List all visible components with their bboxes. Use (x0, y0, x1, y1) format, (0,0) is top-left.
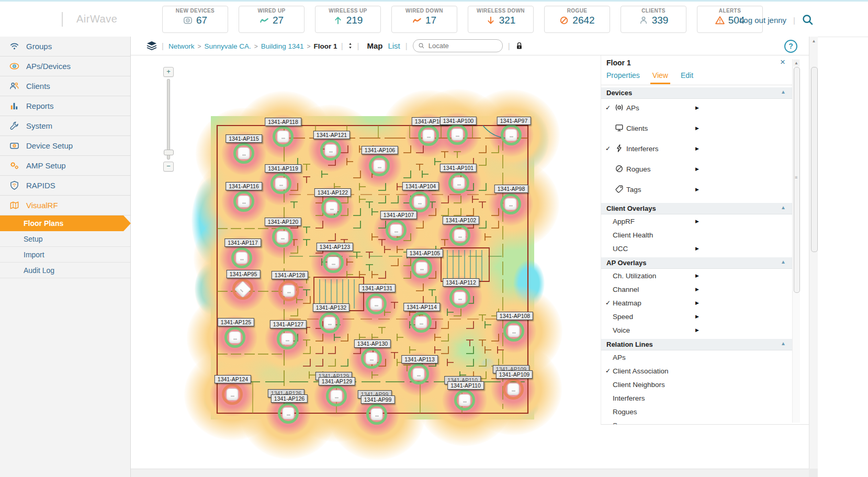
expand-arrow-icon[interactable]: ▶ (695, 146, 699, 151)
panel-row-channel[interactable]: Channel▶ (601, 282, 792, 296)
ap-label-1341-ap119[interactable]: 1341-AP119 (265, 164, 301, 173)
ap-label-1341-ap107[interactable]: 1341-AP107 (380, 211, 417, 219)
ap-marker-1341-ap125[interactable] (224, 327, 245, 348)
panel-row-voice[interactable]: Voice▶ (601, 323, 792, 337)
stat-box-wired-down[interactable]: WIRED DOWN17 (391, 6, 457, 33)
expand-arrow-icon[interactable]: ▶ (695, 273, 699, 278)
ap-label-1341-ap115[interactable]: 1341-AP115 (226, 134, 262, 143)
section-header-relation-lines[interactable]: Relation Lines▲ (601, 339, 792, 350)
ap-marker-1341-ap101[interactable] (448, 173, 469, 194)
ap-marker-1341-ap119[interactable] (270, 173, 291, 194)
sidebar-item-rapids[interactable]: RAPIDS (0, 176, 130, 196)
sidebar-item-aps-devices[interactable]: APs/Devices (0, 56, 130, 76)
ap-label-1341-ap126[interactable]: 1341-AP126 (271, 394, 308, 403)
ap-marker-1341-ap104[interactable] (409, 191, 430, 212)
sidebar-subitem-audit-log[interactable]: Audit Log (0, 263, 130, 278)
ap-marker-1341-ap124[interactable] (222, 384, 243, 405)
tab-view[interactable]: View (652, 71, 668, 84)
stat-box-new-devices[interactable]: NEW DEVICES67 (162, 6, 228, 33)
scroll-thumb[interactable] (811, 67, 818, 252)
ap-label-1341-ap108[interactable]: 1341-AP108 (497, 312, 533, 320)
ap-marker-1341-ap117[interactable] (231, 247, 252, 268)
scroll-up-icon[interactable]: ▲ (810, 38, 817, 45)
sidebar-subitem-import[interactable]: Import (0, 247, 130, 263)
panel-scroll-up-icon[interactable]: ▲ (793, 60, 799, 66)
panel-row-heatmap[interactable]: ✓Heatmap▶ (601, 296, 792, 310)
ap-label-1341-ap104[interactable]: 1341-AP104 (402, 182, 439, 190)
breadcrumb-sunnyvale-ca-[interactable]: Sunnyvale CA. (204, 42, 251, 50)
ap-label-1341-ap99[interactable]: 1341-AP99 (361, 395, 395, 404)
sidebar-item-visualrf[interactable]: VisualRF (0, 196, 130, 215)
ap-marker-1341-ap131[interactable] (366, 293, 387, 314)
expand-arrow-icon[interactable]: ▶ (695, 300, 699, 305)
section-header-devices[interactable]: Devices▲ (601, 87, 792, 99)
panel-row-interferers[interactable]: ✓Interferers▶ (601, 140, 792, 160)
stat-box-wireless-up[interactable]: WIRELESS UP219 (315, 6, 381, 33)
zoom-slider-track[interactable] (167, 79, 170, 160)
sidebar-subitem-setup[interactable]: Setup (0, 231, 130, 247)
help-icon[interactable]: ? (784, 40, 797, 53)
panel-row-client-neighbors[interactable]: Client Neighbors (601, 378, 792, 391)
panel-row-ucc[interactable]: UCC▶ (601, 242, 792, 255)
stat-box-rogue[interactable]: ROGUE2642 (544, 6, 610, 33)
collapse-chevron-icon[interactable]: ▲ (781, 340, 786, 346)
ap-label-1341-ap121[interactable]: 1341-AP121 (313, 131, 350, 139)
panel-row-aps[interactable]: APs (601, 350, 792, 364)
floorplan-map[interactable]: 1341-AP1181341-AP1031341-AP1001341-AP971… (211, 116, 534, 419)
lock-icon[interactable] (515, 41, 524, 50)
sidebar-item-device-setup[interactable]: Device Setup (0, 136, 130, 156)
ap-label-1341-ap125[interactable]: 1341-AP125 (218, 318, 254, 326)
sidebar-item-clients[interactable]: Clients (0, 76, 130, 96)
collapse-chevron-icon[interactable]: ▲ (781, 89, 786, 95)
ap-label-1341-ap132[interactable]: 1341-AP132 (313, 303, 350, 312)
map-view-toggle[interactable]: Map (367, 41, 382, 50)
ap-label-1341-ap117[interactable]: 1341-AP117 (224, 238, 261, 247)
ap-marker-1341-ap109[interactable] (503, 379, 524, 400)
page-horizontal-scrollbar[interactable] (131, 469, 809, 477)
close-icon[interactable]: × (780, 57, 785, 67)
ap-marker-1341-ap128[interactable] (278, 280, 299, 301)
sidebar-item-groups[interactable]: Groups (0, 37, 130, 56)
panel-scrollbar[interactable]: ▲ (792, 59, 800, 423)
ap-label-1341-ap102[interactable]: 1341-AP102 (443, 216, 479, 224)
ap-label-1341-ap127[interactable]: 1341-AP127 (270, 320, 307, 328)
ap-marker-1341-ap122[interactable] (321, 197, 342, 218)
logout-link[interactable]: Log out jenny (739, 16, 786, 25)
ap-marker-1341-ap99[interactable] (366, 404, 387, 425)
ap-label-1341-ap95[interactable]: 1341-AP95 (227, 270, 261, 278)
panel-row-tags[interactable]: Tags▶ (601, 180, 792, 201)
ap-marker-1341-ap126[interactable] (278, 403, 299, 424)
ap-marker-1341-ap123[interactable] (323, 252, 344, 273)
sort-arrows-icon[interactable] (347, 42, 354, 49)
stat-box-wired-up[interactable]: WIRED UP27 (239, 6, 305, 33)
section-header-client-overlays[interactable]: Client Overlays▲ (601, 203, 792, 214)
tab-properties[interactable]: Properties (606, 71, 640, 84)
ap-marker-1341-ap95[interactable] (232, 279, 253, 300)
ap-label-1341-ap106[interactable]: 1341-AP106 (362, 146, 398, 154)
tab-edit[interactable]: Edit (681, 71, 693, 84)
ap-label-1341-ap110[interactable]: 1341-AP110 (447, 381, 484, 390)
locate-search-box[interactable] (413, 39, 503, 52)
ap-label-1341-ap97[interactable]: 1341-AP97 (497, 117, 531, 125)
panel-scroll-thumb[interactable] (794, 67, 800, 293)
zoom-in-button[interactable]: + (163, 67, 174, 77)
search-icon[interactable] (802, 14, 814, 26)
panel-row-aps[interactable]: ✓APs▶ (601, 99, 792, 119)
panel-row-interferers[interactable]: Interferers (601, 391, 792, 405)
breadcrumb-network[interactable]: Network (168, 42, 195, 50)
expand-arrow-icon[interactable]: ▶ (695, 314, 699, 319)
panel-row-client-association[interactable]: ✓Client Association (601, 364, 792, 378)
ap-marker-1341-ap110[interactable] (454, 390, 475, 411)
expand-arrow-icon[interactable]: ▶ (695, 219, 699, 224)
ap-marker-1341-ap132[interactable] (319, 312, 340, 333)
ap-marker-1341-ap105[interactable] (411, 257, 432, 278)
ap-label-1341-ap128[interactable]: 1341-AP128 (272, 271, 308, 279)
ap-marker-1341-ap107[interactable] (386, 220, 407, 241)
panel-row-speed[interactable]: Speed▶ (601, 310, 792, 323)
ap-label-1341-ap118[interactable]: 1341-AP118 (265, 118, 301, 126)
ap-marker-1341-ap102[interactable] (449, 225, 470, 246)
ap-label-1341-ap129[interactable]: 1341-AP129 (319, 377, 355, 385)
ap-label-1341-ap98[interactable]: 1341-AP98 (494, 185, 528, 193)
ap-marker-1341-ap103[interactable] (418, 125, 439, 146)
stat-box-clients[interactable]: CLIENTS339 (621, 6, 686, 33)
